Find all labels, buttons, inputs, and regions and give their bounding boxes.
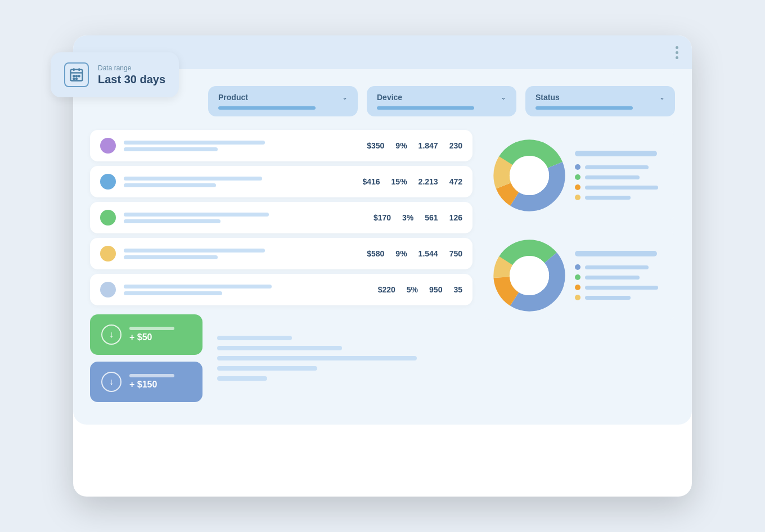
status-dropdown[interactable]: Status ⌄ <box>525 86 675 116</box>
browser-menu-dots[interactable] <box>676 46 678 59</box>
item-line <box>124 291 222 295</box>
stat-percent: 3% <box>402 213 413 222</box>
item-line <box>124 285 272 288</box>
legend-top-bar <box>575 251 657 256</box>
bottom-chart-card <box>484 230 675 321</box>
item-stats-4: $220 5% 950 35 <box>378 285 462 294</box>
legend-dot <box>575 285 580 290</box>
stat-count2: 230 <box>449 141 462 150</box>
svg-point-13 <box>510 156 549 195</box>
legend-item <box>575 174 666 180</box>
purple-card-text: + $150 <box>129 374 174 390</box>
device-dropdown[interactable]: Device ⌄ <box>367 86 516 116</box>
stat-count1: 950 <box>429 285 442 294</box>
device-bar <box>377 106 474 110</box>
charts-panel <box>484 130 675 402</box>
stat-count1: 561 <box>425 213 438 222</box>
item-line <box>124 213 269 217</box>
svg-point-7 <box>73 78 74 79</box>
legend-dot <box>575 184 580 190</box>
list-item[interactable]: $350 9% 1.847 230 <box>90 130 472 161</box>
legend-item <box>575 274 666 280</box>
legend-item <box>575 264 666 270</box>
bottom-bar <box>217 356 417 360</box>
item-stats-2: $170 3% 561 126 <box>374 213 462 222</box>
device-chevron-icon: ⌄ <box>501 93 506 101</box>
list-item[interactable]: $580 9% 1.544 750 <box>90 238 472 269</box>
item-line <box>124 183 216 187</box>
green-card-text: + $50 <box>129 327 174 342</box>
browser-content: Data range Last 30 days Product ⌄ Device… <box>73 69 692 425</box>
item-text-2 <box>124 213 366 223</box>
item-text-1 <box>124 177 354 187</box>
date-range-value: Last 30 days <box>98 73 165 86</box>
legend-dot <box>575 274 580 280</box>
legend-item <box>575 195 666 200</box>
top-chart-legend <box>575 151 666 200</box>
legend-bar <box>585 196 631 200</box>
list-item[interactable]: $170 3% 561 126 <box>90 202 472 233</box>
stat-price: $580 <box>367 249 384 258</box>
item-stats-1: $416 15% 2.213 472 <box>362 177 462 186</box>
green-card-value: + $50 <box>129 332 174 342</box>
legend-bar <box>585 186 658 190</box>
svg-point-6 <box>79 75 80 76</box>
calendar-icon <box>64 62 89 87</box>
bottom-donut-chart <box>493 239 566 312</box>
legend-dot <box>575 264 580 270</box>
top-chart-card <box>484 130 675 221</box>
date-range-card[interactable]: Data range Last 30 days <box>51 52 179 97</box>
item-avatar-2 <box>100 210 116 226</box>
list-item[interactable]: $416 15% 2.213 472 <box>90 166 472 197</box>
card-bar <box>129 374 174 377</box>
status-chevron-icon: ⌄ <box>659 93 665 101</box>
legend-dot <box>575 174 580 180</box>
legend-dot <box>575 295 580 300</box>
item-text-3 <box>124 249 359 259</box>
svg-point-8 <box>76 78 77 79</box>
stat-count2: 35 <box>453 285 462 294</box>
top-donut-chart <box>493 139 566 212</box>
stat-price: $416 <box>362 177 380 186</box>
legend-item <box>575 184 666 190</box>
legend-bar <box>585 276 640 279</box>
bottom-middle <box>212 314 472 402</box>
stat-count1: 1.544 <box>418 249 438 258</box>
product-chevron-icon: ⌄ <box>342 93 348 101</box>
green-action-card[interactable]: ↓ + $50 <box>90 314 202 355</box>
item-text-0 <box>124 141 359 151</box>
list-item[interactable]: $220 5% 950 35 <box>90 274 472 305</box>
item-avatar-1 <box>100 174 116 190</box>
stat-count1: 2.213 <box>418 177 438 186</box>
download-icon-2: ↓ <box>101 372 122 392</box>
legend-bar <box>585 165 649 169</box>
download-icon: ↓ <box>101 324 122 345</box>
product-label: Product <box>218 93 248 102</box>
item-avatar-4 <box>100 282 116 297</box>
legend-bar <box>585 175 640 179</box>
stat-count2: 126 <box>449 213 462 222</box>
legend-bar <box>585 296 631 300</box>
item-text-4 <box>124 285 370 295</box>
svg-point-4 <box>73 75 74 76</box>
stat-price: $350 <box>367 141 384 150</box>
stat-price: $220 <box>378 285 395 294</box>
purple-card-value: + $150 <box>129 380 174 390</box>
list-panel: $350 9% 1.847 230 $416 15% 2 <box>90 130 472 402</box>
action-cards: ↓ + $50 ↓ + $150 <box>90 314 202 402</box>
legend-top-bar <box>575 151 657 156</box>
bottom-bar <box>217 366 317 371</box>
stat-count2: 750 <box>449 249 462 258</box>
svg-point-5 <box>76 75 77 76</box>
device-label: Device <box>377 93 402 102</box>
item-stats-0: $350 9% 1.847 230 <box>367 141 462 150</box>
stat-percent: 9% <box>395 141 407 150</box>
legend-dot <box>575 164 580 170</box>
legend-bar <box>585 286 658 290</box>
browser-frame: Data range Last 30 days Product ⌄ Device… <box>73 35 692 497</box>
purple-action-card[interactable]: ↓ + $150 <box>90 362 202 402</box>
stat-percent: 9% <box>395 249 407 258</box>
product-dropdown[interactable]: Product ⌄ <box>208 86 358 116</box>
product-bar <box>218 106 316 110</box>
card-bar <box>129 327 174 330</box>
